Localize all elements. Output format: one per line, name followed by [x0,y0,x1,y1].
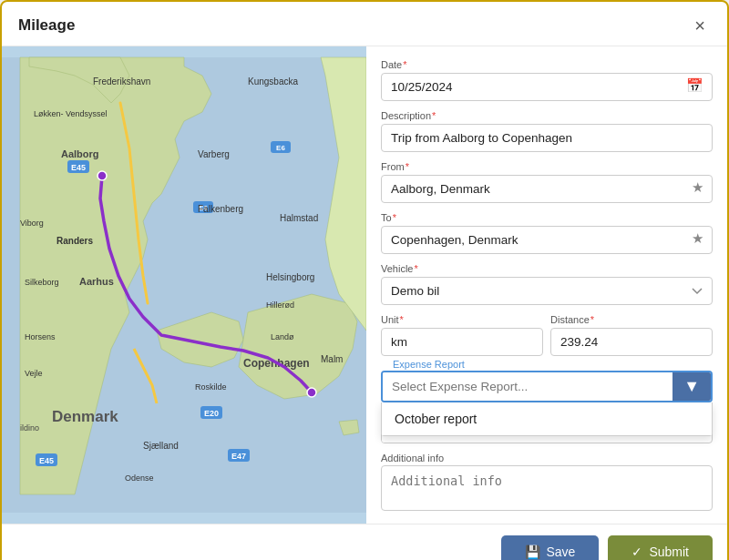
october-report-option[interactable]: October report [382,402,712,435]
star-icon: ★ [692,179,703,196]
unit-label: Unit* [381,314,543,325]
expense-report-dropdown-button[interactable]: ▼ [673,372,711,401]
unit-input[interactable] [381,328,543,356]
svg-text:Horsens: Horsens [25,332,56,341]
expense-report-input[interactable] [383,372,673,401]
date-label: Date* [381,59,713,70]
vehicle-label: Vehicle* [381,263,713,274]
svg-text:Frederikshavn: Frederikshavn [93,76,150,87]
svg-text:Hillerød: Hillerød [266,300,294,310]
star-icon-to: ★ [692,230,703,247]
svg-text:Aarhus: Aarhus [79,276,114,287]
additional-info-field-group: Additional info [381,453,713,511]
mileage-dialog: Mileage × [0,0,729,560]
expense-report-label: Expense Report [390,359,467,370]
dialog-title: Mileage [18,16,75,35]
vehicle-select[interactable]: Demo bil [381,277,713,305]
svg-text:Falkenberg: Falkenberg [198,204,243,214]
svg-point-36 [98,171,107,180]
svg-text:Denmark: Denmark [52,408,118,425]
save-button[interactable]: 💾 Save [501,535,600,560]
svg-text:Aalborg: Aalborg [61,148,99,159]
svg-text:Helsingborg: Helsingborg [266,272,314,282]
svg-text:Silkeborg: Silkeborg [25,278,59,287]
from-field-group: From* ★ [381,161,713,203]
to-field-group: To* ★ [381,212,713,254]
to-input[interactable] [381,226,713,254]
map-panel: E45 E45 E47 E20 E6 E6 Frederikshavn Løkk… [2,46,366,524]
form-panel: Date* 📅 Description* From* [366,46,727,524]
expense-report-input-wrap: ▼ [381,371,713,402]
description-field-group: Description* [381,110,713,152]
svg-text:E47: E47 [231,452,246,461]
description-input[interactable] [381,124,713,152]
svg-text:E6: E6 [276,144,285,152]
from-input[interactable] [381,175,713,203]
date-field-group: Date* 📅 [381,59,713,101]
distance-label: Distance* [550,314,713,325]
svg-text:E45: E45 [71,163,86,172]
from-label: From* [381,161,713,172]
svg-text:Randers: Randers [56,236,93,246]
additional-info-input[interactable] [381,465,713,511]
expense-report-dropdown: October report [381,402,713,436]
svg-text:Halmstad: Halmstad [280,213,318,223]
svg-text:ildino: ildino [20,423,39,433]
save-icon: 💾 [525,545,540,559]
description-label: Description* [381,110,713,121]
unit-field-group: Unit* [381,314,543,356]
submit-button[interactable]: ✓ Submit [608,535,713,560]
calendar-icon: 📅 [686,77,703,94]
date-input[interactable] [381,73,713,101]
svg-text:E20: E20 [204,409,219,418]
unit-distance-row: Unit* Distance* [381,314,713,356]
svg-text:Varberg: Varberg [198,149,230,159]
dialog-header: Mileage × [2,2,727,46]
svg-text:E45: E45 [39,456,54,465]
distance-field-group: Distance* [550,314,713,356]
vehicle-field-group: Vehicle* Demo bil [381,263,713,305]
to-label: To* [381,212,713,223]
svg-point-37 [307,388,316,397]
additional-info-label: Additional info [381,453,713,463]
svg-text:Vejle: Vejle [25,369,43,378]
svg-text:Kungsbacka: Kungsbacka [248,76,298,87]
svg-text:Løkken- Vendsyssel: Løkken- Vendsyssel [34,109,108,118]
svg-text:Viborg: Viborg [20,219,44,228]
svg-text:Sjælland: Sjælland [143,441,179,451]
distance-input[interactable] [550,328,713,356]
check-icon: ✓ [631,545,642,559]
map-svg: E45 E45 E47 E20 E6 E6 Frederikshavn Løkk… [2,46,366,524]
svg-text:Odense: Odense [125,473,154,483]
expense-report-section: Expense Report ▼ October report [381,365,713,402]
dialog-body: E45 E45 E47 E20 E6 E6 Frederikshavn Løkk… [2,46,727,524]
svg-text:Malm: Malm [321,354,343,364]
close-button[interactable]: × [689,15,711,36]
svg-text:Landø: Landø [271,332,294,341]
svg-text:Roskilde: Roskilde [195,382,227,392]
dialog-footer: 💾 Save ✓ Submit [2,524,727,560]
